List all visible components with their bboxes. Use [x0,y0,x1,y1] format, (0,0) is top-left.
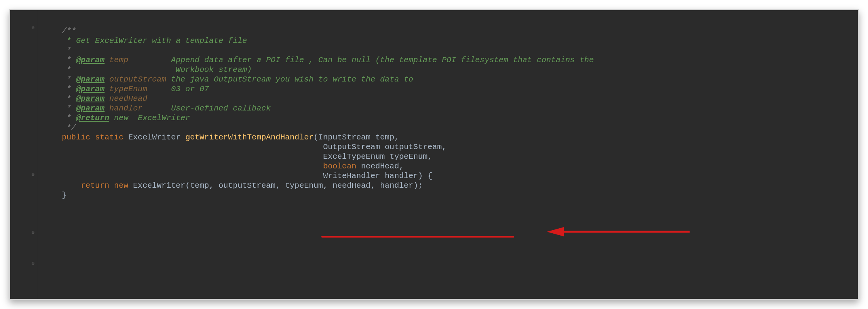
method-close: } [37,190,858,200]
method-body-return: return new ExcelWriter(temp, outputStrea… [37,181,858,190]
annotation-underline [321,236,514,238]
code-editor-frame: ⊖ ⊖ ⊖ ⊖ /** * Get ExcelWriter with a tem… [9,9,859,300]
javadoc-param-temp-cont: * Workbook stream) [37,65,858,75]
javadoc-blank: * [37,46,858,55]
editor-gutter: ⊖ ⊖ ⊖ ⊖ [10,10,37,299]
method-param-4: boolean needHead, [37,161,858,171]
javadoc-param-typeenum: * @param typeEnum 03 or 07 [37,84,858,94]
method-param-5: WriteHandler handler) { [37,171,858,181]
fold-marker-icon[interactable]: ⊖ [31,25,36,31]
method-signature: public static ExcelWriter getWriterWithT… [37,132,858,142]
method-param-3: ExcelTypeEnum typeEnum, [37,152,858,161]
javadoc-param-temp: * @param temp Append data after a POI fi… [37,55,858,65]
javadoc-summary: * Get ExcelWriter with a template file [37,36,858,46]
javadoc-param-handler: * @param handler User-defined callback [37,104,858,113]
fold-marker-icon[interactable]: ⊖ [31,261,36,267]
code-area[interactable]: /** * Get ExcelWriter with a template fi… [37,10,858,299]
javadoc-param-outputstream: * @param outputStream the java OutputStr… [37,75,858,84]
javadoc-open: /** [37,26,858,36]
fold-marker-icon[interactable]: ⊖ [31,172,36,178]
method-param-2: OutputStream outputStream, [37,142,858,152]
fold-marker-icon[interactable]: ⊖ [31,230,36,236]
javadoc-param-needhead: * @param needHead [37,94,858,104]
javadoc-return: * @return new ExcelWriter [37,113,858,123]
javadoc-close: */ [37,123,858,132]
